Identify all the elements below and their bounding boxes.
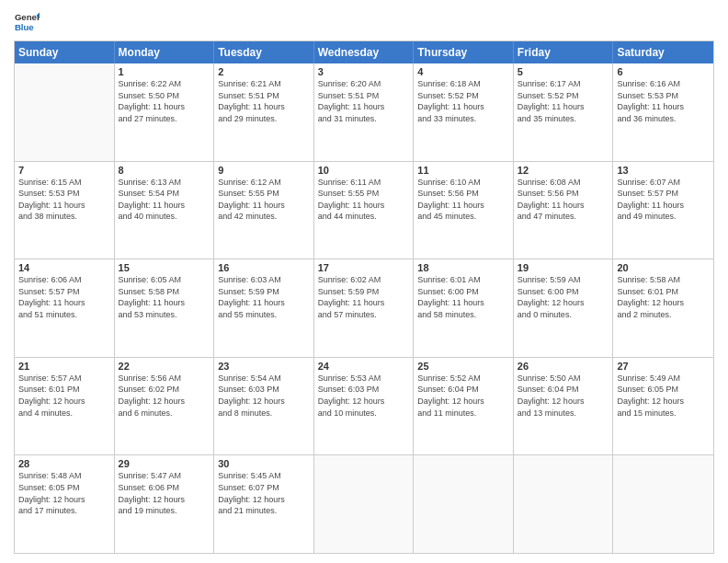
cell-text: Sunrise: 6:16 AM Sunset: 5:53 PM Dayligh… [617, 78, 710, 124]
week-row-0: 1Sunrise: 6:22 AM Sunset: 5:50 PM Daylig… [15, 63, 713, 162]
cal-cell: 10Sunrise: 6:11 AM Sunset: 5:55 PM Dayli… [314, 162, 415, 259]
week-row-4: 28Sunrise: 5:48 AM Sunset: 6:05 PM Dayli… [15, 455, 713, 553]
cal-cell: 9Sunrise: 6:12 AM Sunset: 5:55 PM Daylig… [214, 162, 314, 259]
cal-cell: 23Sunrise: 5:54 AM Sunset: 6:03 PM Dayli… [214, 358, 314, 455]
day-number: 13 [617, 165, 710, 176]
cal-cell: 19Sunrise: 5:59 AM Sunset: 6:00 PM Dayli… [514, 259, 614, 357]
page: General Blue SundayMondayTuesdayWednesda… [0, 0, 728, 563]
cal-cell: 2Sunrise: 6:21 AM Sunset: 5:51 PM Daylig… [214, 63, 314, 161]
cal-cell: 11Sunrise: 6:10 AM Sunset: 5:56 PM Dayli… [414, 162, 514, 259]
cell-text: Sunrise: 5:58 AM Sunset: 6:01 PM Dayligh… [617, 274, 710, 320]
cell-text: Sunrise: 6:11 AM Sunset: 5:55 PM Dayligh… [318, 177, 410, 223]
day-number: 21 [18, 361, 110, 372]
cell-text: Sunrise: 6:10 AM Sunset: 5:56 PM Dayligh… [417, 177, 509, 223]
cal-cell: 30Sunrise: 5:45 AM Sunset: 6:07 PM Dayli… [214, 455, 314, 553]
cal-cell [314, 455, 415, 553]
cell-text: Sunrise: 5:53 AM Sunset: 6:03 PM Dayligh… [318, 373, 410, 419]
cell-text: Sunrise: 6:05 AM Sunset: 5:58 PM Dayligh… [119, 274, 210, 320]
cell-text: Sunrise: 6:15 AM Sunset: 5:53 PM Dayligh… [18, 177, 110, 223]
cell-text: Sunrise: 6:02 AM Sunset: 5:59 PM Dayligh… [318, 274, 410, 320]
cal-cell: 21Sunrise: 5:57 AM Sunset: 6:01 PM Dayli… [15, 358, 115, 455]
header-day-friday: Friday [514, 41, 614, 63]
calendar: SundayMondayTuesdayWednesdayThursdayFrid… [14, 40, 714, 554]
day-number: 12 [518, 165, 609, 176]
day-number: 6 [617, 66, 710, 77]
header-day-monday: Monday [115, 41, 215, 63]
cal-cell: 24Sunrise: 5:53 AM Sunset: 6:03 PM Dayli… [314, 358, 415, 455]
cal-cell: 6Sunrise: 6:16 AM Sunset: 5:53 PM Daylig… [613, 63, 713, 161]
cell-text: Sunrise: 5:50 AM Sunset: 6:04 PM Dayligh… [518, 373, 609, 419]
day-number: 7 [18, 165, 110, 176]
logo: General Blue [14, 9, 40, 35]
cell-text: Sunrise: 6:12 AM Sunset: 5:55 PM Dayligh… [218, 177, 310, 223]
day-number: 10 [318, 165, 410, 176]
cal-cell: 27Sunrise: 5:49 AM Sunset: 6:05 PM Dayli… [613, 358, 713, 455]
cal-cell [514, 455, 614, 553]
day-number: 22 [119, 361, 210, 372]
week-row-1: 7Sunrise: 6:15 AM Sunset: 5:53 PM Daylig… [15, 162, 713, 260]
svg-text:Blue: Blue [15, 22, 34, 32]
day-number: 19 [518, 262, 609, 273]
day-number: 25 [417, 361, 509, 372]
cal-cell [613, 455, 713, 553]
day-number: 4 [417, 66, 509, 77]
day-number: 1 [119, 66, 210, 77]
cell-text: Sunrise: 5:48 AM Sunset: 6:05 PM Dayligh… [18, 470, 110, 516]
cal-cell: 25Sunrise: 5:52 AM Sunset: 6:04 PM Dayli… [414, 358, 514, 455]
day-number: 20 [617, 262, 710, 273]
cell-text: Sunrise: 6:18 AM Sunset: 5:52 PM Dayligh… [417, 78, 509, 124]
week-row-3: 21Sunrise: 5:57 AM Sunset: 6:01 PM Dayli… [15, 358, 713, 456]
cal-cell: 18Sunrise: 6:01 AM Sunset: 6:00 PM Dayli… [414, 259, 514, 357]
day-number: 15 [119, 262, 210, 273]
week-row-2: 14Sunrise: 6:06 AM Sunset: 5:57 PM Dayli… [15, 259, 713, 358]
cell-text: Sunrise: 6:08 AM Sunset: 5:56 PM Dayligh… [518, 177, 609, 223]
day-number: 16 [218, 262, 310, 273]
cell-text: Sunrise: 5:57 AM Sunset: 6:01 PM Dayligh… [18, 373, 110, 419]
cal-cell: 7Sunrise: 6:15 AM Sunset: 5:53 PM Daylig… [15, 162, 115, 259]
day-number: 27 [617, 361, 710, 372]
day-number: 5 [518, 66, 609, 77]
day-number: 24 [318, 361, 410, 372]
header-day-wednesday: Wednesday [314, 41, 415, 63]
cell-text: Sunrise: 6:03 AM Sunset: 5:59 PM Dayligh… [218, 274, 310, 320]
day-number: 18 [417, 262, 509, 273]
day-number: 26 [518, 361, 609, 372]
logo-icon: General Blue [14, 9, 40, 35]
cal-cell: 3Sunrise: 6:20 AM Sunset: 5:51 PM Daylig… [314, 63, 415, 161]
calendar-header: SundayMondayTuesdayWednesdayThursdayFrid… [15, 41, 713, 63]
cal-cell: 12Sunrise: 6:08 AM Sunset: 5:56 PM Dayli… [514, 162, 614, 259]
cal-cell: 17Sunrise: 6:02 AM Sunset: 5:59 PM Dayli… [314, 259, 415, 357]
cell-text: Sunrise: 6:07 AM Sunset: 5:57 PM Dayligh… [617, 177, 710, 223]
calendar-body: 1Sunrise: 6:22 AM Sunset: 5:50 PM Daylig… [15, 63, 713, 553]
day-number: 17 [318, 262, 410, 273]
cell-text: Sunrise: 5:45 AM Sunset: 6:07 PM Dayligh… [218, 470, 310, 516]
cal-cell [15, 63, 115, 161]
day-number: 9 [218, 165, 310, 176]
day-number: 11 [417, 165, 509, 176]
cal-cell: 5Sunrise: 6:17 AM Sunset: 5:52 PM Daylig… [514, 63, 614, 161]
cal-cell: 22Sunrise: 5:56 AM Sunset: 6:02 PM Dayli… [115, 358, 215, 455]
cal-cell: 28Sunrise: 5:48 AM Sunset: 6:05 PM Dayli… [15, 455, 115, 553]
header-day-thursday: Thursday [414, 41, 514, 63]
cell-text: Sunrise: 5:49 AM Sunset: 6:05 PM Dayligh… [617, 373, 710, 419]
day-number: 29 [119, 458, 210, 469]
cell-text: Sunrise: 5:54 AM Sunset: 6:03 PM Dayligh… [218, 373, 310, 419]
cell-text: Sunrise: 6:13 AM Sunset: 5:54 PM Dayligh… [119, 177, 210, 223]
cell-text: Sunrise: 5:52 AM Sunset: 6:04 PM Dayligh… [417, 373, 509, 419]
day-number: 28 [18, 458, 110, 469]
header-day-sunday: Sunday [15, 41, 115, 63]
header-day-tuesday: Tuesday [214, 41, 314, 63]
cal-cell: 20Sunrise: 5:58 AM Sunset: 6:01 PM Dayli… [613, 259, 713, 357]
cal-cell: 29Sunrise: 5:47 AM Sunset: 6:06 PM Dayli… [115, 455, 215, 553]
cell-text: Sunrise: 6:17 AM Sunset: 5:52 PM Dayligh… [518, 78, 609, 124]
header-day-saturday: Saturday [613, 41, 713, 63]
cal-cell: 8Sunrise: 6:13 AM Sunset: 5:54 PM Daylig… [115, 162, 215, 259]
cell-text: Sunrise: 6:21 AM Sunset: 5:51 PM Dayligh… [218, 78, 310, 124]
cal-cell: 26Sunrise: 5:50 AM Sunset: 6:04 PM Dayli… [514, 358, 614, 455]
cell-text: Sunrise: 5:59 AM Sunset: 6:00 PM Dayligh… [518, 274, 609, 320]
svg-text:General: General [15, 12, 40, 22]
cal-cell: 1Sunrise: 6:22 AM Sunset: 5:50 PM Daylig… [115, 63, 215, 161]
day-number: 23 [218, 361, 310, 372]
cell-text: Sunrise: 6:06 AM Sunset: 5:57 PM Dayligh… [18, 274, 110, 320]
cell-text: Sunrise: 5:47 AM Sunset: 6:06 PM Dayligh… [119, 470, 210, 516]
